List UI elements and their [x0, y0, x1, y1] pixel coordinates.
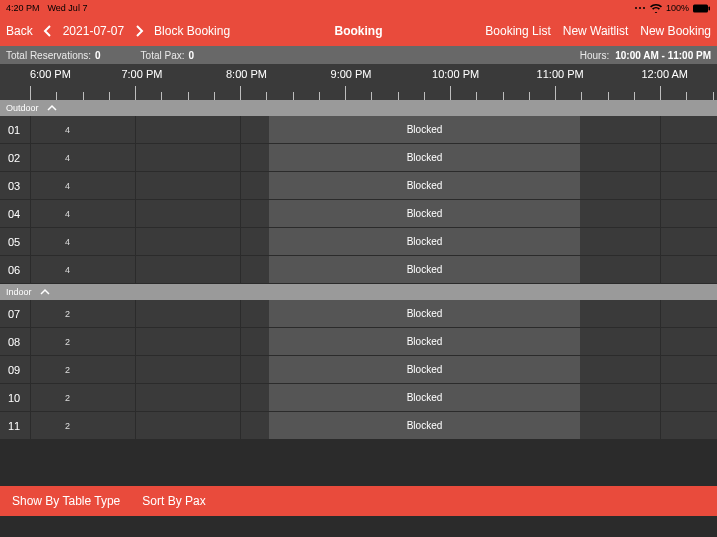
nav-bar: Back 2021-07-07 Block Booking Booking Bo…: [0, 16, 717, 46]
blocked-band[interactable]: Blocked: [269, 116, 580, 143]
booking-list-button[interactable]: Booking List: [485, 24, 550, 38]
row-track[interactable]: Blocked: [78, 144, 717, 171]
table-row[interactable]: 044Blocked: [0, 200, 717, 228]
table-capacity: 2: [42, 365, 78, 375]
table-row[interactable]: 034Blocked: [0, 172, 717, 200]
table-number: 10: [0, 392, 42, 404]
row-track[interactable]: Blocked: [78, 200, 717, 227]
timeline-header[interactable]: 6:00 PM7:00 PM8:00 PM9:00 PM10:00 PM11:0…: [0, 64, 717, 100]
block-booking-button[interactable]: Block Booking: [154, 24, 230, 38]
table-row[interactable]: 064Blocked: [0, 256, 717, 284]
total-pax-label: Total Pax:: [141, 50, 185, 61]
table-number: 08: [0, 336, 42, 348]
table-number: 03: [0, 180, 42, 192]
table-row[interactable]: 054Blocked: [0, 228, 717, 256]
date-picker[interactable]: 2021-07-07: [63, 24, 124, 38]
time-label: 10:00 PM: [403, 68, 508, 82]
table-capacity: 4: [42, 209, 78, 219]
total-reservations-value: 0: [95, 50, 101, 61]
row-track[interactable]: Blocked: [78, 356, 717, 383]
section-name: Outdoor: [6, 103, 39, 113]
total-reservations-label: Total Reservations:: [6, 50, 91, 61]
section-name: Indoor: [6, 287, 32, 297]
sort-by-pax-button[interactable]: Sort By Pax: [142, 494, 205, 508]
split-view-icon: [634, 4, 646, 12]
collapse-icon[interactable]: [40, 288, 50, 296]
section-header[interactable]: Indoor: [0, 284, 717, 300]
table-capacity: 2: [42, 337, 78, 347]
row-track[interactable]: Blocked: [78, 116, 717, 143]
table-capacity: 4: [42, 181, 78, 191]
blocked-band[interactable]: Blocked: [269, 172, 580, 199]
time-label: 9:00 PM: [299, 68, 404, 82]
time-label: 12:00 AM: [612, 68, 717, 82]
footer-gap: [0, 440, 717, 486]
page-title: Booking: [335, 24, 383, 38]
blocked-band[interactable]: Blocked: [269, 200, 580, 227]
blocked-band[interactable]: Blocked: [269, 412, 580, 439]
blocked-band[interactable]: Blocked: [269, 356, 580, 383]
status-bar: 4:20 PM Wed Jul 7 100%: [0, 0, 717, 16]
time-label: 6:00 PM: [30, 68, 90, 82]
table-capacity: 4: [42, 265, 78, 275]
blocked-band[interactable]: Blocked: [269, 256, 580, 283]
wifi-icon: [650, 4, 662, 13]
table-capacity: 2: [42, 309, 78, 319]
table-capacity: 4: [42, 153, 78, 163]
table-number: 04: [0, 208, 42, 220]
prev-date-button[interactable]: [41, 24, 55, 38]
table-capacity: 4: [42, 125, 78, 135]
table-row[interactable]: 092Blocked: [0, 356, 717, 384]
table-number: 06: [0, 264, 42, 276]
section-header[interactable]: Outdoor: [0, 100, 717, 116]
next-date-button[interactable]: [132, 24, 146, 38]
row-track[interactable]: Blocked: [78, 412, 717, 439]
blocked-band[interactable]: Blocked: [269, 144, 580, 171]
svg-point-2: [643, 7, 645, 9]
hours-label: Hours:: [580, 50, 609, 61]
table-capacity: 2: [42, 421, 78, 431]
svg-point-1: [639, 7, 641, 9]
time-label: 8:00 PM: [194, 68, 299, 82]
table-row[interactable]: 102Blocked: [0, 384, 717, 412]
show-by-table-type-button[interactable]: Show By Table Type: [12, 494, 120, 508]
blocked-band[interactable]: Blocked: [269, 228, 580, 255]
row-track[interactable]: Blocked: [78, 256, 717, 283]
table-row[interactable]: 024Blocked: [0, 144, 717, 172]
blocked-band[interactable]: Blocked: [269, 300, 580, 327]
svg-rect-4: [709, 6, 711, 10]
table-row[interactable]: 082Blocked: [0, 328, 717, 356]
time-label: 11:00 PM: [508, 68, 613, 82]
table-number: 01: [0, 124, 42, 136]
row-track[interactable]: Blocked: [78, 300, 717, 327]
table-row[interactable]: 014Blocked: [0, 116, 717, 144]
table-row[interactable]: 072Blocked: [0, 300, 717, 328]
table-row[interactable]: 112Blocked: [0, 412, 717, 440]
row-track[interactable]: Blocked: [78, 328, 717, 355]
battery-pct: 100%: [666, 3, 689, 13]
table-number: 09: [0, 364, 42, 376]
summary-bar: Total Reservations: 0 Total Pax: 0 Hours…: [0, 46, 717, 64]
table-capacity: 4: [42, 237, 78, 247]
time-label: 7:00 PM: [90, 68, 195, 82]
blocked-band[interactable]: Blocked: [269, 384, 580, 411]
hours-value: 10:00 AM - 11:00 PM: [615, 50, 711, 61]
table-capacity: 2: [42, 393, 78, 403]
status-time: 4:20 PM: [6, 3, 40, 13]
row-track[interactable]: Blocked: [78, 228, 717, 255]
new-waitlist-button[interactable]: New Waitlist: [563, 24, 629, 38]
table-number: 02: [0, 152, 42, 164]
status-date: Wed Jul 7: [48, 3, 88, 13]
new-booking-button[interactable]: New Booking: [640, 24, 711, 38]
back-button[interactable]: Back: [6, 24, 33, 38]
bottom-bar: Show By Table Type Sort By Pax: [0, 486, 717, 516]
svg-rect-3: [693, 4, 708, 12]
blocked-band[interactable]: Blocked: [269, 328, 580, 355]
table-number: 11: [0, 420, 42, 432]
svg-point-0: [635, 7, 637, 9]
table-number: 07: [0, 308, 42, 320]
row-track[interactable]: Blocked: [78, 172, 717, 199]
collapse-icon[interactable]: [47, 104, 57, 112]
row-track[interactable]: Blocked: [78, 384, 717, 411]
table-number: 05: [0, 236, 42, 248]
